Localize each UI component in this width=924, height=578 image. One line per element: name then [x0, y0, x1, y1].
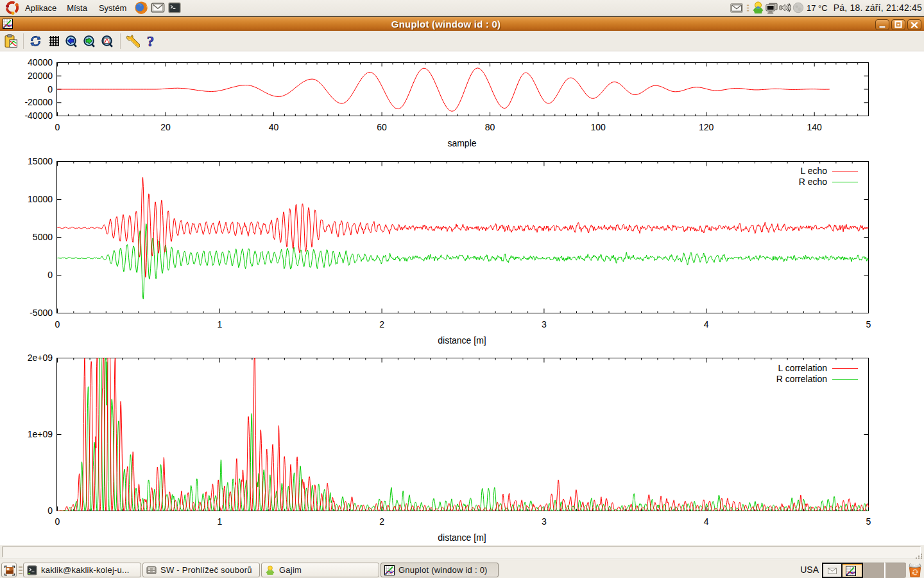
svg-text:40000: 40000: [28, 57, 53, 67]
svg-text:L echo: L echo: [800, 166, 827, 176]
svg-text:100: 100: [591, 122, 606, 132]
svg-text:60: 60: [377, 122, 387, 132]
svg-text:4: 4: [704, 319, 709, 329]
svg-text:-40000: -40000: [24, 110, 53, 121]
svg-text:1e+09: 1e+09: [28, 429, 53, 439]
svg-text:5: 5: [866, 319, 871, 329]
svg-text:10000: 10000: [28, 194, 53, 204]
svg-text:?: ?: [147, 34, 155, 49]
svg-text:2e+09: 2e+09: [28, 353, 53, 363]
svg-text:20: 20: [160, 122, 171, 132]
svg-text:5000: 5000: [33, 232, 53, 242]
svg-text:2: 2: [379, 319, 384, 329]
svg-text:0: 0: [47, 84, 53, 94]
svg-text:0: 0: [47, 270, 53, 280]
svg-text:40: 40: [269, 122, 279, 132]
svg-text:-20000: -20000: [24, 97, 53, 107]
svg-text:0: 0: [55, 122, 60, 132]
svg-text:0: 0: [55, 319, 60, 329]
svg-text:3: 3: [542, 319, 547, 329]
svg-text:140: 140: [807, 122, 823, 132]
svg-text:L correlation: L correlation: [778, 363, 827, 373]
svg-text:15000: 15000: [28, 156, 53, 166]
svg-text:80: 80: [485, 122, 495, 132]
svg-text:R echo: R echo: [799, 177, 828, 187]
svg-text:sample: sample: [447, 138, 476, 148]
svg-text:distance [m]: distance [m]: [438, 335, 486, 346]
svg-text:4: 4: [704, 516, 709, 527]
svg-text:1: 1: [217, 516, 222, 527]
svg-text:0: 0: [55, 516, 60, 527]
svg-text:3: 3: [542, 516, 547, 527]
svg-text:120: 120: [699, 122, 714, 132]
svg-text:0: 0: [47, 505, 53, 516]
svg-text:5: 5: [866, 516, 871, 527]
svg-text:20000: 20000: [28, 71, 53, 81]
svg-text:distance [m]: distance [m]: [438, 532, 486, 543]
svg-text:-5000: -5000: [30, 308, 53, 318]
svg-text:1: 1: [217, 319, 222, 329]
svg-text:2: 2: [379, 516, 384, 527]
svg-text:R correlation: R correlation: [776, 374, 827, 384]
